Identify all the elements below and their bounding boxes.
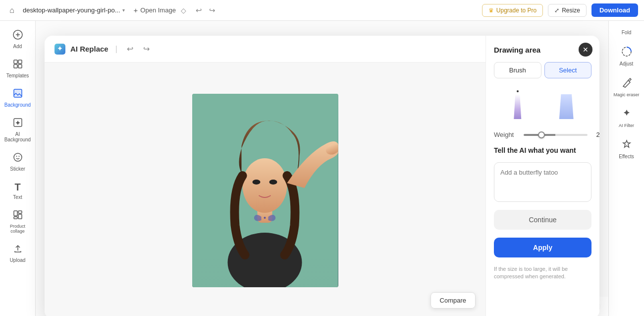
svg-marker-27 bbox=[623, 140, 630, 147]
upgrade-label: Upgrade to Pro bbox=[496, 7, 537, 14]
compare-button[interactable]: Compare bbox=[430, 292, 476, 309]
magic-eraser-icon bbox=[621, 77, 632, 91]
brush-select-row: Brush Select bbox=[494, 62, 591, 78]
svg-point-11 bbox=[18, 156, 19, 157]
svg-rect-7 bbox=[14, 89, 22, 97]
svg-rect-15 bbox=[14, 217, 17, 219]
brush-shape-wide bbox=[557, 94, 575, 119]
prompt-input[interactable] bbox=[494, 162, 591, 202]
topbar: ⌂ desktop-wallpaper-young-girl-po... ▾ +… bbox=[0, 0, 644, 21]
plus-icon: + bbox=[134, 6, 138, 14]
filename-caret-icon: ▾ bbox=[122, 7, 125, 13]
adjust-label: Adjust bbox=[620, 61, 634, 66]
resize-icon: ⤢ bbox=[554, 7, 559, 14]
upload-icon bbox=[13, 244, 23, 256]
sidebar-item-product-collage[interactable]: Product collage bbox=[2, 206, 34, 238]
sidebar-item-add[interactable]: Add bbox=[2, 26, 34, 53]
magic-eraser-button[interactable]: Magic eraser bbox=[611, 73, 643, 101]
background-icon bbox=[13, 88, 23, 101]
modal-container: ✕ AI Replace | ↩ ↪ bbox=[45, 36, 599, 316]
undo-redo-group: ↩ ↪ bbox=[193, 4, 218, 16]
sidebar-item-add-label: Add bbox=[13, 44, 22, 49]
home-icon[interactable]: ⌂ bbox=[6, 4, 18, 16]
resize-button[interactable]: ⤢ Resize bbox=[548, 4, 587, 17]
sticker-icon bbox=[13, 152, 23, 165]
redo-button[interactable]: ↪ bbox=[207, 4, 218, 16]
filename-text: desktop-wallpaper-young-girl-po... bbox=[23, 6, 120, 14]
svg-rect-4 bbox=[18, 60, 22, 63]
sidebar-item-ai-background-label: AI Background bbox=[4, 131, 31, 142]
fold-label: Fold bbox=[622, 30, 631, 35]
prompt-title: Tell the AI what you want bbox=[494, 146, 591, 154]
download-button[interactable]: Download bbox=[591, 3, 638, 17]
effects-icon bbox=[621, 139, 632, 152]
product-collage-icon bbox=[13, 210, 23, 222]
magic-eraser-label: Magic eraser bbox=[613, 92, 639, 97]
drawing-area-title: Drawing area bbox=[494, 46, 591, 54]
shape-icon[interactable]: ◇ bbox=[181, 6, 186, 14]
svg-point-20 bbox=[243, 158, 287, 213]
adjust-button[interactable]: Adjust bbox=[611, 42, 643, 70]
weight-value: 26 bbox=[592, 131, 599, 138]
subject-image bbox=[192, 94, 338, 287]
ai-background-icon bbox=[13, 118, 23, 130]
sidebar-item-background-label: Background bbox=[4, 102, 31, 108]
sidebar-item-upload[interactable]: Upload bbox=[2, 240, 34, 267]
sidebar-item-text[interactable]: T Text bbox=[2, 178, 34, 204]
modal-image-canvas bbox=[45, 63, 485, 316]
sidebar-item-ai-background[interactable]: AI Background bbox=[2, 114, 34, 146]
sidebar-item-sticker-label: Sticker bbox=[10, 166, 25, 172]
sidebar-item-product-collage-label: Product collage bbox=[5, 224, 31, 234]
open-image-button[interactable]: + Open Image bbox=[134, 6, 176, 14]
svg-point-21 bbox=[253, 180, 261, 185]
select-button[interactable]: Select bbox=[544, 62, 592, 78]
person-svg bbox=[192, 94, 338, 287]
filename[interactable]: desktop-wallpaper-young-girl-po... ▾ bbox=[23, 6, 125, 14]
sidebar-item-sticker[interactable]: Sticker bbox=[2, 148, 34, 176]
fold-button[interactable]: Fold bbox=[611, 26, 643, 39]
sidebar-item-templates-label: Templates bbox=[6, 73, 29, 78]
toolbar-separator: | bbox=[115, 45, 117, 54]
ai-replace-toolbar-icon bbox=[54, 44, 65, 55]
crown-icon: ♛ bbox=[488, 7, 494, 14]
add-icon bbox=[13, 30, 23, 42]
main-layout: Add Templates Background AI Background S… bbox=[0, 21, 644, 316]
brush-icons bbox=[494, 90, 591, 119]
resize-label: Resize bbox=[562, 7, 580, 14]
brush-button[interactable]: Brush bbox=[494, 62, 541, 78]
svg-rect-6 bbox=[18, 64, 22, 68]
svg-point-22 bbox=[269, 180, 277, 185]
sidebar-item-templates[interactable]: Templates bbox=[2, 55, 34, 82]
text-icon: T bbox=[14, 182, 20, 193]
weight-slider[interactable] bbox=[524, 134, 588, 136]
ai-filter-label: AI Filter bbox=[619, 123, 634, 128]
effects-button[interactable]: Effects bbox=[611, 135, 643, 163]
svg-rect-14 bbox=[18, 214, 22, 219]
svg-point-10 bbox=[16, 156, 17, 157]
svg-rect-3 bbox=[14, 60, 17, 63]
modal-redo-button[interactable]: ↪ bbox=[141, 43, 152, 55]
sidebar-item-upload-label: Upload bbox=[10, 257, 26, 263]
canvas-area: ✕ AI Replace | ↩ ↪ bbox=[36, 21, 608, 316]
open-image-label: Open Image bbox=[140, 6, 176, 14]
modal-toolbar: AI Replace | ↩ ↪ bbox=[45, 36, 485, 63]
undo-button[interactable]: ↩ bbox=[193, 4, 205, 16]
apply-button[interactable]: Apply bbox=[494, 238, 591, 257]
sidebar-item-text-label: Text bbox=[13, 194, 22, 200]
ai-filter-button[interactable]: AI Filter bbox=[611, 104, 643, 132]
adjust-icon bbox=[621, 46, 632, 60]
close-icon: ✕ bbox=[583, 46, 589, 54]
sidebar-item-background[interactable]: Background bbox=[2, 84, 34, 112]
upgrade-button[interactable]: ♛ Upgrade to Pro bbox=[482, 4, 543, 17]
compress-note: If the size is too large, it will be com… bbox=[494, 265, 591, 281]
svg-rect-12 bbox=[14, 211, 17, 216]
weight-label: Weight bbox=[494, 131, 519, 138]
continue-button[interactable]: Continue bbox=[494, 210, 591, 230]
brush-icon-1 bbox=[510, 90, 525, 119]
svg-rect-13 bbox=[18, 211, 22, 213]
modal-undo-button[interactable]: ↩ bbox=[124, 43, 136, 55]
ai-filter-icon bbox=[621, 108, 632, 122]
modal-image-area: AI Replace | ↩ ↪ bbox=[45, 36, 485, 316]
modal-close-button[interactable]: ✕ bbox=[579, 43, 592, 57]
modal-controls-panel: Drawing area Brush Select bbox=[485, 36, 599, 316]
